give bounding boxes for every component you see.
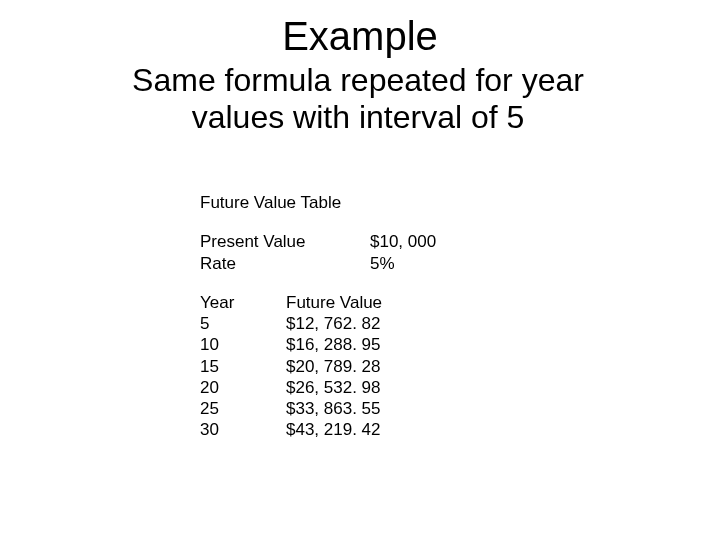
param-row-present-value: Present Value $10, 000 [200, 231, 436, 252]
cell-future-value: $33, 863. 55 [286, 398, 381, 419]
rate-label: Rate [200, 253, 370, 274]
table-row: 25 $33, 863. 55 [200, 398, 436, 419]
cell-year: 20 [200, 377, 286, 398]
cell-future-value: $43, 219. 42 [286, 419, 381, 440]
slide-title: Example [0, 14, 720, 59]
table-header-row: Year Future Value [200, 292, 436, 313]
subtitle-line-2: values with interval of 5 [192, 99, 525, 135]
cell-year: 10 [200, 334, 286, 355]
table-row: 15 $20, 789. 28 [200, 356, 436, 377]
cell-year: 15 [200, 356, 286, 377]
parameters-block: Present Value $10, 000 Rate 5% [200, 231, 436, 274]
subtitle-line-1: Same formula repeated for year [132, 62, 584, 98]
slide: Example Same formula repeated for year v… [0, 0, 720, 540]
cell-year: 25 [200, 398, 286, 419]
present-value-label: Present Value [200, 231, 370, 252]
table-row: 10 $16, 288. 95 [200, 334, 436, 355]
cell-year: 30 [200, 419, 286, 440]
cell-year: 5 [200, 313, 286, 334]
present-value-value: $10, 000 [370, 231, 436, 252]
param-row-rate: Rate 5% [200, 253, 436, 274]
cell-future-value: $20, 789. 28 [286, 356, 381, 377]
table-row: 30 $43, 219. 42 [200, 419, 436, 440]
cell-future-value: $12, 762. 82 [286, 313, 381, 334]
header-future-value: Future Value [286, 292, 382, 313]
slide-subtitle: Same formula repeated for year values wi… [78, 62, 638, 136]
future-value-table: Year Future Value 5 $12, 762. 82 10 $16,… [200, 292, 436, 441]
content-heading: Future Value Table [200, 192, 436, 213]
header-year: Year [200, 292, 286, 313]
table-row: 5 $12, 762. 82 [200, 313, 436, 334]
rate-value: 5% [370, 253, 395, 274]
slide-content: Future Value Table Present Value $10, 00… [200, 192, 436, 441]
cell-future-value: $26, 532. 98 [286, 377, 381, 398]
cell-future-value: $16, 288. 95 [286, 334, 381, 355]
table-row: 20 $26, 532. 98 [200, 377, 436, 398]
